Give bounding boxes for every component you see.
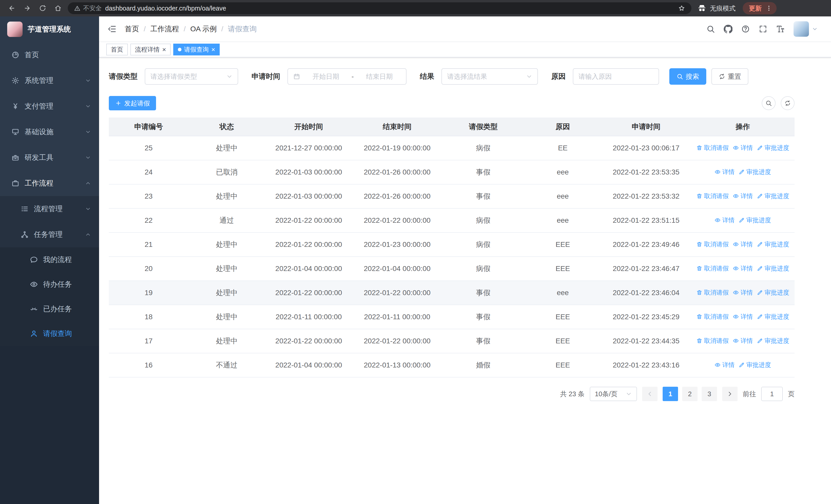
detail-link[interactable]: 详情 bbox=[733, 337, 753, 345]
goto-page-input[interactable] bbox=[761, 387, 783, 401]
sidebar-item[interactable]: 基础设施 bbox=[0, 119, 99, 145]
tab-label: 首页 bbox=[111, 46, 123, 54]
column-header: 原因 bbox=[524, 118, 601, 136]
approval-progress-link[interactable]: 审批进度 bbox=[739, 216, 771, 224]
detail-link[interactable]: 详情 bbox=[733, 289, 753, 297]
action-label: 取消请假 bbox=[704, 337, 728, 345]
page-button-1[interactable]: 1 bbox=[663, 387, 678, 401]
sidebar-item[interactable]: 任务管理 bbox=[0, 222, 99, 247]
github-icon[interactable] bbox=[724, 25, 733, 33]
plus-icon bbox=[115, 100, 122, 107]
fullscreen-icon[interactable] bbox=[758, 25, 767, 33]
sidebar-item[interactable]: 研发工具 bbox=[0, 145, 99, 170]
cancel-leave-link[interactable]: 取消请假 bbox=[696, 144, 728, 152]
reset-button[interactable]: 重置 bbox=[711, 68, 748, 85]
cancel-leave-link[interactable]: 取消请假 bbox=[696, 192, 728, 200]
cancel-leave-link[interactable]: 取消请假 bbox=[696, 313, 728, 321]
create-leave-button[interactable]: 发起请假 bbox=[109, 96, 156, 110]
approval-progress-link[interactable]: 审批进度 bbox=[757, 192, 789, 200]
approval-progress-link[interactable]: 审批进度 bbox=[757, 289, 789, 297]
browser-menu-icon[interactable] bbox=[765, 5, 773, 12]
approval-progress-link[interactable]: 审批进度 bbox=[757, 240, 789, 248]
leave-type-select[interactable]: 请选择请假类型 bbox=[145, 68, 238, 85]
detail-link[interactable]: 详情 bbox=[733, 144, 753, 152]
font-size-icon[interactable] bbox=[776, 25, 785, 33]
cancel-leave-link[interactable]: 取消请假 bbox=[696, 337, 728, 345]
approval-progress-link[interactable]: 审批进度 bbox=[757, 144, 789, 152]
approval-progress-link[interactable]: 审批进度 bbox=[739, 361, 771, 369]
sidebar-item[interactable]: 我的流程 bbox=[0, 247, 99, 272]
sidebar-item[interactable]: 首页 bbox=[0, 42, 99, 68]
bookmark-star-icon[interactable] bbox=[678, 5, 685, 12]
sidebar-item[interactable]: 系统管理 bbox=[0, 68, 99, 93]
sidebar-item[interactable]: 已办任务 bbox=[0, 297, 99, 321]
cell-reason: EEE bbox=[524, 353, 601, 377]
breadcrumb-item[interactable]: 工作流程 bbox=[150, 24, 179, 34]
detail-link[interactable]: 详情 bbox=[733, 313, 753, 321]
address-bar[interactable]: 不安全 dashboard.yudao.iocoder.cn/bpm/oa/le… bbox=[68, 2, 691, 14]
sidebar-item[interactable]: 请假查询 bbox=[0, 321, 99, 346]
toggle-search-button[interactable] bbox=[762, 96, 776, 110]
detail-link[interactable]: 详情 bbox=[733, 192, 753, 200]
sidebar-item-label: 研发工具 bbox=[25, 153, 53, 162]
detail-link[interactable]: 详情 bbox=[733, 240, 753, 248]
detail-link[interactable]: 详情 bbox=[715, 216, 735, 224]
browser-home-button[interactable] bbox=[52, 3, 64, 14]
sidebar-item[interactable]: 工作流程 bbox=[0, 170, 99, 196]
cell-leave-type: 事假 bbox=[442, 305, 524, 329]
search-button-label: 搜索 bbox=[686, 72, 699, 81]
browser-back-button[interactable] bbox=[6, 3, 18, 14]
next-page-button[interactable] bbox=[722, 387, 738, 401]
prev-page-button[interactable] bbox=[642, 387, 658, 401]
sidebar-toggle-button[interactable] bbox=[107, 24, 116, 34]
sidebar-item-label: 首页 bbox=[25, 50, 39, 60]
approval-progress-link[interactable]: 审批进度 bbox=[757, 337, 789, 345]
tab-0[interactable]: 首页 bbox=[106, 43, 128, 55]
help-icon[interactable] bbox=[741, 25, 750, 33]
search-button[interactable]: 搜索 bbox=[669, 68, 706, 85]
tab-1[interactable]: 流程详情 × bbox=[131, 43, 171, 55]
browser-forward-button[interactable] bbox=[22, 3, 33, 14]
tab-2[interactable]: 请假查询 × bbox=[173, 43, 220, 55]
breadcrumb-item[interactable]: 首页 bbox=[125, 24, 139, 34]
eye-icon bbox=[733, 314, 739, 320]
detail-link[interactable]: 详情 bbox=[715, 168, 735, 176]
approval-progress-link[interactable]: 审批进度 bbox=[739, 168, 771, 176]
user-avatar-menu[interactable] bbox=[794, 21, 818, 37]
approval-progress-link[interactable]: 审批进度 bbox=[757, 264, 789, 272]
result-select[interactable]: 请选择流结果 bbox=[441, 68, 538, 85]
page-button-3[interactable]: 3 bbox=[701, 387, 717, 401]
cancel-leave-link[interactable]: 取消请假 bbox=[696, 264, 728, 272]
sidebar-item-label: 基础设施 bbox=[25, 127, 53, 137]
breadcrumb-item[interactable]: OA 示例 bbox=[191, 24, 217, 34]
page-size-select[interactable]: 10条/页 bbox=[590, 387, 637, 401]
sidebar-item[interactable]: 流程管理 bbox=[0, 196, 99, 222]
breadcrumb-separator: / bbox=[144, 25, 146, 33]
browser-reload-button[interactable] bbox=[37, 3, 48, 14]
header-search-icon[interactable] bbox=[706, 25, 715, 33]
action-label: 详情 bbox=[722, 168, 735, 176]
detail-link[interactable]: 详情 bbox=[715, 361, 735, 369]
page-button-2[interactable]: 2 bbox=[682, 387, 697, 401]
apply-time-range-picker[interactable]: 开始日期 - 结束日期 bbox=[287, 68, 406, 85]
action-label: 审批进度 bbox=[765, 337, 789, 345]
browser-update-button[interactable]: 更新 bbox=[743, 2, 777, 14]
reason-input[interactable] bbox=[578, 72, 653, 81]
detail-link[interactable]: 详情 bbox=[733, 264, 753, 272]
cancel-leave-link[interactable]: 取消请假 bbox=[696, 289, 728, 297]
close-icon[interactable]: × bbox=[211, 46, 215, 53]
close-icon[interactable]: × bbox=[162, 46, 166, 53]
table-row: 19 处理中 2022-01-22 00:00:00 2022-01-22 00… bbox=[109, 281, 795, 305]
pen-icon bbox=[757, 338, 763, 344]
app-logo[interactable]: 芋道管理系统 bbox=[0, 17, 99, 42]
reason-input-wrap bbox=[573, 68, 659, 85]
breadcrumb-item: 请假查询 bbox=[228, 24, 257, 34]
cell-actions: 取消请假详情审批进度 bbox=[691, 136, 795, 160]
cell-reason: eee bbox=[524, 160, 601, 184]
cancel-leave-link[interactable]: 取消请假 bbox=[696, 240, 728, 248]
sidebar-item[interactable]: 待办任务 bbox=[0, 272, 99, 297]
refresh-table-button[interactable] bbox=[781, 96, 795, 110]
approval-progress-link[interactable]: 审批进度 bbox=[757, 313, 789, 321]
cell-id: 18 bbox=[109, 305, 189, 329]
sidebar-item[interactable]: 支付管理 bbox=[0, 93, 99, 119]
